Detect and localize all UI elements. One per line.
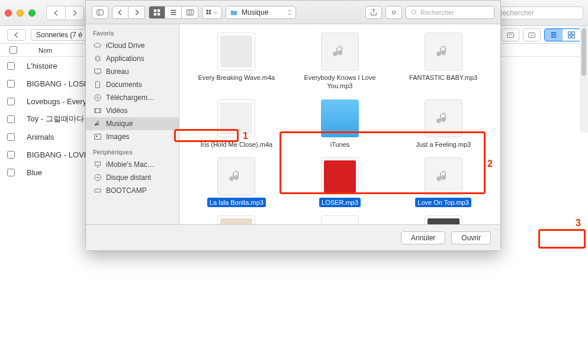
music-file-icon [217,99,255,137]
file-item[interactable]: LOSER.mp3 [291,157,389,207]
file-item[interactable]: La Isla Bonita.mp3 [188,157,285,207]
file-item[interactable]: Just a Feeling.mp3 [394,99,492,149]
sidebar-item-music[interactable]: Musique [86,117,179,130]
sidebar-item-desktop[interactable]: Bureau [86,65,179,78]
documents-icon [93,80,102,89]
file-area[interactable]: Every Breaking Wave.m4a Everybody Knows … [179,24,500,224]
sidebar-item-videos[interactable]: Vidéos [86,104,179,117]
row-checkbox[interactable] [7,80,15,88]
folder-icon [230,8,238,17]
scrollbar[interactable] [580,26,588,133]
select-all-checkbox[interactable] [9,46,17,54]
row-name: Toy - 그럴때마다 [27,114,84,124]
group-dropdown[interactable] [202,6,222,19]
desktop-icon [93,67,102,76]
list-view-button[interactable] [545,29,563,41]
folder-name: Musique [242,8,268,17]
cloud-icon [93,41,102,50]
row-name: BIGBANG - LOVE [27,150,89,159]
file-item[interactable] [291,215,389,224]
sidebar-item-bootcamp[interactable]: BOOTCAMP [86,184,179,197]
file-item[interactable]: FANTASTIC BABY.mp3 [394,33,492,91]
file-item[interactable]: Every Breaking Wave.m4a [188,33,285,91]
sidebar-toggle-button[interactable] [92,6,108,19]
sidebar-item-icloud[interactable]: iCloud Drive [86,39,179,52]
column-view-button[interactable] [182,6,198,19]
file-item[interactable] [394,215,492,224]
finder-forward-button[interactable] [128,6,145,19]
open-button[interactable]: Ouvrir [451,231,491,244]
list-view-button[interactable] [165,6,182,19]
file-item[interactable] [188,215,285,224]
music-file-icon [321,215,359,224]
downloads-icon [93,93,102,102]
nav-back-button[interactable] [7,29,26,41]
svg-rect-9 [158,9,160,11]
sidebar-item-remote-disc[interactable]: Disque distant [86,171,179,184]
tags-button[interactable] [385,6,402,19]
window-controls [5,9,36,17]
file-item[interactable]: Love On Top.mp3 [394,157,492,207]
music-file-icon [321,33,359,70]
music-file-icon [425,157,462,195]
sidebar-item-documents[interactable]: Documents [86,78,179,91]
svg-rect-16 [209,12,211,14]
music-file-icon [425,33,462,70]
sidebar-item-label: Disque distant [106,173,151,182]
row-checkbox[interactable] [7,133,15,141]
annotation-number-3: 3 [576,218,581,228]
share-button[interactable] [365,6,382,19]
finder-sidebar: Favoris iCloud Drive Applications Bureau… [86,24,179,224]
file-item[interactable]: Iris (Hold Me Close).m4a [188,99,285,149]
finder-search-input[interactable]: Rechercher [406,6,494,19]
row-checkbox[interactable] [7,98,15,105]
finder-back-button[interactable] [112,6,128,19]
svg-point-18 [412,9,416,14]
svg-rect-19 [95,69,101,73]
row-checkbox[interactable] [7,62,15,70]
maximize-window-button[interactable] [28,9,36,17]
column-nom[interactable]: Nom [38,47,52,54]
breadcrumb-pill[interactable]: Sonneries (7 é [31,29,88,41]
music-icon [93,119,102,128]
annotation-box-3 [538,229,586,249]
import-button[interactable] [523,28,541,41]
mac-icon [93,160,102,169]
file-label: La Isla Bonita.mp3 [207,198,266,207]
sidebar-item-label: Bureau [106,67,129,76]
file-item[interactable]: Everybody Knows I Love You.mp3 [291,33,389,91]
svg-rect-6 [572,35,574,37]
close-window-button[interactable] [5,9,12,17]
svg-rect-7 [97,9,104,15]
sidebar-item-downloads[interactable]: Téléchargem… [86,91,179,104]
row-checkbox[interactable] [7,169,15,176]
disc-icon [93,173,102,182]
file-label: Every Breaking Wave.m4a [195,73,277,82]
sidebar-item-applications[interactable]: Applications [86,52,179,65]
export-button[interactable] [502,28,519,41]
sidebar-item-images[interactable]: Images [86,130,179,143]
file-label: Just a Feeling.mp3 [413,140,473,149]
finder-footer: Annuler Ouvrir [86,224,500,250]
folder-icon [321,99,359,137]
file-grid: Every Breaking Wave.m4a Everybody Knows … [188,33,492,224]
sidebar-item-label: iMobie's Mac… [106,160,155,169]
folder-dropdown[interactable]: Musique [226,6,296,19]
file-item[interactable]: iTunes [291,99,389,149]
back-button[interactable] [46,6,65,20]
forward-button[interactable] [65,6,84,20]
grid-view-button[interactable] [563,29,580,41]
search-placeholder: Rechercher [497,9,534,17]
sidebar-item-mac[interactable]: iMobie's Mac… [86,158,179,171]
minimize-window-button[interactable] [17,9,24,17]
svg-rect-15 [207,12,208,14]
row-checkbox[interactable] [7,115,15,123]
svg-point-17 [392,11,395,14]
cancel-button[interactable]: Annuler [401,231,445,244]
icon-view-button[interactable] [149,6,165,19]
view-toggle [544,28,581,41]
row-checkbox[interactable] [7,151,15,159]
sidebar-item-label: Applications [106,54,144,63]
svg-point-26 [97,177,99,179]
music-file-icon [425,99,462,137]
